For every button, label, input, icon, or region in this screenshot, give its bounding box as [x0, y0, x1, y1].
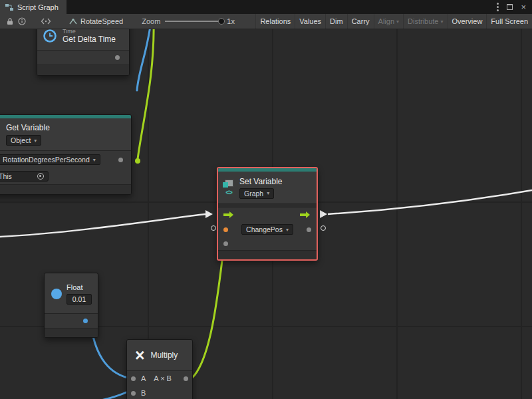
zoom-slider-handle[interactable] [218, 18, 225, 25]
node-supertitle: Time [63, 29, 116, 35]
target-object-chip[interactable]: This [0, 171, 49, 182]
input-a-label: A [141, 374, 146, 382]
wire-value-lime-multiply-to-setvariable[interactable] [192, 244, 224, 378]
target-picker-icon[interactable] [37, 173, 44, 180]
multiply-input-b-port[interactable] [131, 391, 136, 396]
get-variable-connected-port-dot[interactable] [135, 158, 140, 164]
multiply-icon: × [135, 348, 145, 362]
toolbar-button-dim[interactable]: Dim [325, 14, 347, 29]
toolbar-button-distribute[interactable]: Distribute ▾ [403, 14, 447, 29]
node-get-variable[interactable]: Get Variable Object ▾ RotationDegreesPer… [0, 114, 132, 195]
node-get-delta-time[interactable]: Time Get Delta Time [37, 29, 130, 76]
float-value-field[interactable]: 0.01 [66, 294, 92, 305]
flow-output-port[interactable] [300, 213, 306, 216]
toolbar-button-relations[interactable]: Relations [255, 14, 295, 29]
node-title: Get Variable [6, 123, 126, 132]
variable-name-dropdown[interactable]: RotationDegreesPerSecond ▾ [0, 154, 100, 165]
toolbar-button-align[interactable]: Align ▾ [374, 14, 403, 29]
variable-scope-dropdown[interactable]: Object ▾ [6, 135, 41, 146]
caret-down-icon: ▾ [441, 19, 444, 25]
input-b-label: B [141, 389, 146, 397]
float-output-port[interactable] [83, 319, 88, 323]
close-icon[interactable]: × [521, 4, 526, 11]
graph-asset-icon [69, 18, 77, 25]
value-input-port[interactable] [223, 227, 228, 232]
node-title: Get Delta Time [63, 35, 116, 44]
flow-input-port[interactable] [223, 213, 229, 216]
multiply-output-port[interactable] [184, 376, 188, 381]
zoom-control: Zoom 1x [142, 17, 235, 25]
output-label: A × B [154, 374, 172, 382]
node-title: Float [66, 283, 82, 291]
node-float[interactable]: Float 0.01 [44, 273, 98, 338]
caret-down-icon: ▾ [34, 138, 37, 144]
wire-control-flow-out[interactable] [328, 190, 532, 214]
wire-arrow-out [320, 210, 327, 218]
wire-value-blue-to-b[interactable] [95, 392, 128, 399]
node-multiply[interactable]: × Multiply A A × B B [126, 339, 193, 399]
variable-value-port[interactable] [118, 158, 123, 162]
caret-down-icon: ▾ [286, 227, 289, 233]
multiply-input-a-port[interactable] [131, 376, 136, 381]
value-output-port[interactable] [307, 227, 311, 232]
wire-arrow-in [205, 210, 213, 218]
variable-name-dropdown[interactable]: ChangePos ▾ [241, 224, 293, 235]
kebab-menu-icon[interactable] [497, 3, 499, 11]
lock-icon[interactable] [4, 14, 16, 29]
wire-value-blue-top[interactable] [137, 29, 151, 90]
toolbar-button-overview[interactable]: Overview [448, 14, 487, 29]
node-title: Multiply [151, 350, 178, 360]
info-icon[interactable] [16, 14, 28, 29]
float-icon [51, 289, 62, 299]
caret-down-icon: ▾ [267, 190, 269, 196]
unconnected-port-ring-right[interactable] [321, 225, 326, 231]
zoom-slider[interactable] [165, 21, 222, 22]
wire-control-flow-in[interactable] [0, 214, 205, 237]
graph-toolbar: RotateSpeed Zoom 1x Relations Values Dim… [0, 14, 532, 29]
window-controls: × [497, 0, 532, 14]
clock-icon [43, 29, 57, 43]
code-view-icon[interactable] [40, 14, 52, 29]
toolbar-button-group: Relations Values Dim Carry Align ▾ Distr… [255, 14, 532, 29]
zoom-label: Zoom [142, 17, 160, 25]
variable-scope-dropdown[interactable]: Graph ▾ [239, 188, 274, 199]
fallback-input-port[interactable] [223, 241, 228, 246]
node-set-variable[interactable]: <> Set Variable Graph ▾ [217, 167, 318, 261]
tab-bar: Script Graph × [0, 0, 532, 14]
delta-time-output-port[interactable] [115, 55, 120, 60]
variable-icon: <> [222, 180, 235, 196]
graph-breadcrumb[interactable]: RotateSpeed [69, 17, 123, 25]
graph-canvas[interactable]: Time Get Delta Time Get Variable Object … [0, 29, 532, 399]
unity-script-graph-window: Script Graph × [0, 0, 532, 399]
caret-down-icon: ▾ [396, 19, 399, 25]
unconnected-port-ring-left[interactable] [211, 225, 216, 231]
zoom-value: 1x [227, 17, 235, 25]
toolbar-button-carry[interactable]: Carry [347, 14, 374, 29]
maximize-icon[interactable] [507, 4, 513, 10]
caret-down-icon: ▾ [93, 157, 96, 163]
node-title: Set Variable [239, 177, 282, 186]
graph-tab-icon [5, 3, 13, 11]
tab-script-graph[interactable]: Script Graph [0, 0, 66, 14]
toolbar-button-values[interactable]: Values [295, 14, 325, 29]
toolbar-button-fullscreen[interactable]: Full Screen [486, 14, 532, 29]
tab-title: Script Graph [17, 3, 59, 11]
